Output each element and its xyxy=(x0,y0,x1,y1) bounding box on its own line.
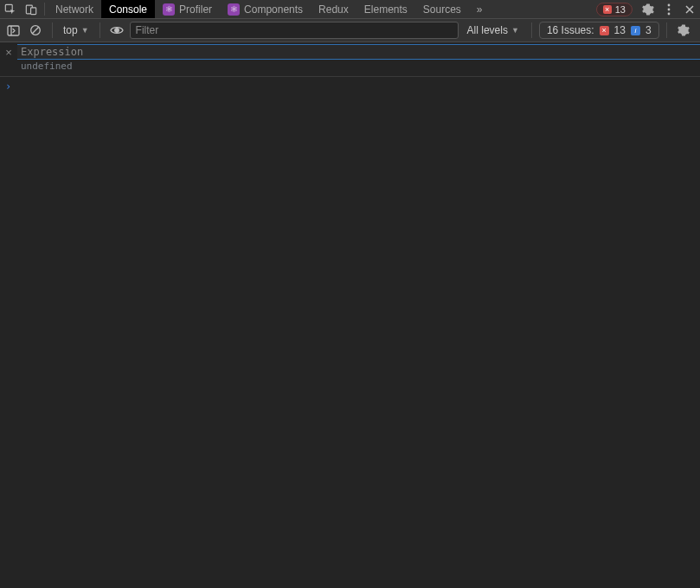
console-toolbar: top ▼ All levels ▼ 16 Issues: 13 3 xyxy=(0,19,700,42)
react-extension-icon: ⚛ xyxy=(163,3,175,16)
device-toggle-icon[interactable] xyxy=(21,0,42,18)
separator xyxy=(666,22,667,38)
info-icon xyxy=(631,26,640,35)
filter-input[interactable] xyxy=(130,22,459,39)
chevron-down-icon: ▼ xyxy=(511,26,519,35)
react-extension-icon: ⚛ xyxy=(228,3,240,16)
separator xyxy=(100,22,100,38)
live-expression-eye-icon[interactable] xyxy=(107,21,126,40)
spacer xyxy=(491,0,596,18)
more-tabs-button[interactable]: » xyxy=(469,0,491,18)
levels-label: All levels xyxy=(467,24,508,36)
console-output[interactable]: › xyxy=(0,77,700,588)
log-levels-selector[interactable]: All levels ▼ xyxy=(462,24,524,36)
execution-context-selector[interactable]: top ▼ xyxy=(60,24,93,36)
console-settings-gear-icon[interactable] xyxy=(674,21,693,40)
svg-rect-2 xyxy=(31,7,36,14)
tab-console[interactable]: Console xyxy=(101,0,155,18)
context-label: top xyxy=(63,24,78,36)
tab-label: Elements xyxy=(364,3,408,16)
kebab-menu-icon[interactable] xyxy=(658,0,679,18)
settings-gear-icon[interactable] xyxy=(638,0,658,18)
prompt-chevron-icon: › xyxy=(5,80,17,93)
tab-label: Components xyxy=(244,3,303,16)
error-icon xyxy=(603,5,612,14)
issues-info-count: 3 xyxy=(645,24,652,36)
tab-label: Redux xyxy=(318,3,349,16)
live-expression-result: undefined xyxy=(0,60,700,74)
svg-point-8 xyxy=(114,29,119,33)
error-count-pill[interactable]: 13 xyxy=(596,3,633,16)
console-prompt[interactable]: › xyxy=(0,80,700,93)
tab-label: Console xyxy=(109,3,147,16)
svg-point-5 xyxy=(668,12,671,15)
tab-network[interactable]: Network xyxy=(48,0,101,18)
tab-sources[interactable]: Sources xyxy=(415,0,469,18)
tab-redux[interactable]: Redux xyxy=(311,0,356,18)
devtools-tabbar: Network Console ⚛ Profiler ⚛ Components … xyxy=(0,0,700,19)
separator xyxy=(44,3,45,16)
chevron-double-right-icon: » xyxy=(477,3,483,16)
tab-components[interactable]: ⚛ Components xyxy=(220,0,311,18)
issues-label: 16 Issues: xyxy=(547,24,594,36)
svg-rect-6 xyxy=(8,26,19,35)
filter-field xyxy=(130,22,459,39)
error-icon xyxy=(600,26,609,35)
live-expression-input[interactable] xyxy=(17,44,700,60)
separator xyxy=(531,22,532,38)
separator xyxy=(52,22,53,38)
live-expression-row: × undefined xyxy=(0,42,700,77)
issues-error-count: 13 xyxy=(614,24,626,36)
sidebar-toggle-icon[interactable] xyxy=(3,21,22,40)
tab-label: Network xyxy=(55,3,93,16)
svg-point-3 xyxy=(668,3,671,6)
svg-point-4 xyxy=(668,8,671,10)
error-count: 13 xyxy=(615,4,626,15)
remove-expression-icon[interactable]: × xyxy=(0,46,17,59)
close-devtools-icon[interactable] xyxy=(679,0,700,18)
tab-label: Sources xyxy=(423,3,461,16)
tab-label: Profiler xyxy=(179,3,212,16)
clear-console-icon[interactable] xyxy=(26,21,45,40)
chevron-down-icon: ▼ xyxy=(81,26,89,35)
inspect-element-icon[interactable] xyxy=(0,0,21,18)
issues-pill[interactable]: 16 Issues: 13 3 xyxy=(539,22,659,39)
tab-elements[interactable]: Elements xyxy=(356,0,415,18)
tab-profiler[interactable]: ⚛ Profiler xyxy=(155,0,220,18)
